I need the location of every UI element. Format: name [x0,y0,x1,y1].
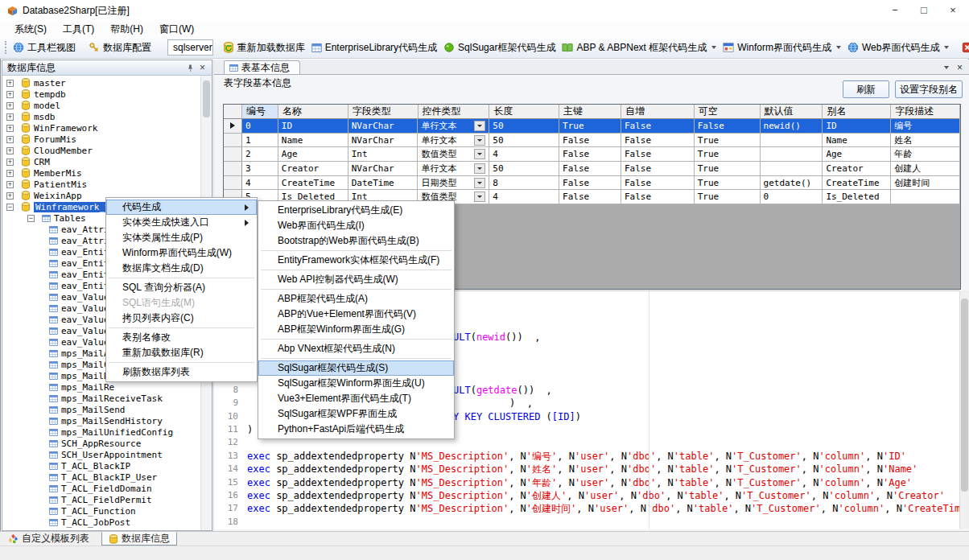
grid-cell[interactable]: 8 [489,176,559,191]
editor-vertical-scrollbar[interactable] [959,290,969,529]
grid-cell[interactable]: 创建人 [891,162,960,176]
toolbar-button[interactable]: SqlSugar框架代码生成 [440,39,559,57]
toolbar-button[interactable]: 工具栏视图 [10,39,79,57]
set-field-alias-button[interactable]: 设置字段别名 [895,80,963,98]
menu-item[interactable]: Winform界面代码生成(W) [106,245,257,261]
table-row[interactable]: 3CreatorNVarChar单行文本50FalseFalseTrueCrea… [224,162,960,176]
grid-cell[interactable] [891,190,960,204]
grid-cell[interactable]: True [695,162,761,176]
tree-item[interactable]: T_ACL_FieldPermit [2,494,201,505]
combo-dropdown-button[interactable] [474,149,485,159]
grid-cell[interactable]: False [621,162,695,176]
grid-cell[interactable]: CreateTime [278,176,348,191]
menubar-item[interactable]: 窗口(W) [151,21,202,38]
tree-item[interactable]: SCH_UserAppointment [2,449,201,460]
grid-column-header[interactable]: 字段类型 [348,105,419,119]
grid-column-header[interactable]: 自增 [621,105,695,119]
tree-item[interactable]: +master [2,77,201,89]
grid-cell[interactable]: Is_Deleted [823,190,891,204]
menu-item[interactable]: Vue3+Element界面代码生成(T) [258,391,454,406]
chevron-down-icon[interactable] [944,66,949,69]
grid-column-header[interactable]: 主键 [559,105,621,119]
grid-cell[interactable]: 单行文本 [418,119,489,134]
grid-cell[interactable]: 编号 [891,119,960,134]
grid-row-header[interactable] [224,119,242,134]
tree-item[interactable]: +model [2,100,201,111]
toolbar-button[interactable]: Winform界面代码生成 [720,39,844,57]
grid-cell[interactable]: 0 [242,119,278,134]
tree-item[interactable]: +CloudMember [2,145,201,156]
menu-item[interactable]: 实体类属性生成(P) [106,230,257,245]
grid-cell[interactable]: 0 [761,190,823,204]
grid-column-header[interactable]: 控件类型 [419,105,490,119]
grid-cell[interactable]: False [559,176,621,191]
grid-cell[interactable]: Creator [823,162,891,176]
grid-column-header[interactable]: 别名 [823,105,891,119]
grid-cell[interactable]: 50 [489,134,559,148]
dock-tab-database-info[interactable]: 数据库信息 [101,532,177,546]
grid-row-header[interactable] [224,176,242,191]
combo-dropdown-button[interactable] [474,191,485,202]
tree-item[interactable]: +ForumMis [2,134,201,145]
tree-expander-icon[interactable]: + [6,136,14,143]
grid-cell[interactable]: Age [278,147,348,162]
table-row[interactable]: 1NameNVarChar单行文本50FalseFalseTrueName姓名 [224,134,960,148]
grid-cell[interactable] [761,162,823,176]
grid-cell[interactable]: False [621,119,695,134]
tree-expander-icon[interactable]: + [6,192,14,200]
grid-cell[interactable]: 单行文本 [418,162,489,176]
grid-row-header[interactable] [224,147,242,162]
grid-cell[interactable]: newid() [761,119,823,134]
grid-cell[interactable]: Name [278,134,348,148]
grid-cell[interactable]: DateTime [348,176,419,191]
toolbar-button[interactable]: 数据库配置 [85,39,155,57]
grid-cell[interactable]: 创建时间 [891,176,960,191]
menubar-item[interactable]: 系统(S) [6,21,55,38]
table-row[interactable]: 0IDNVarChar单行文本50TrueFalseFalsenewid()ID… [224,119,960,134]
tree-item[interactable]: +MemberMis [2,167,201,179]
document-close-icon[interactable]: × [957,62,963,73]
tree-expander-icon[interactable]: − [6,204,14,211]
grid-cell[interactable]: 4 [242,176,278,191]
menu-item[interactable]: ABP框架Winform界面生成(G) [258,322,454,337]
grid-row-header[interactable] [224,134,242,148]
grid-cell[interactable]: Age [823,147,891,162]
menu-item[interactable]: SqlSugar框架Winform界面生成(U) [258,376,454,391]
grid-cell[interactable]: Int [348,147,419,162]
maximize-button[interactable]: □ [909,0,938,21]
menu-item[interactable]: 拷贝列表内容(C) [106,311,257,326]
table-row[interactable]: 2AgeInt数值类型4FalseFalseTrueAge年龄 [224,147,960,162]
menubar-item[interactable]: 帮助(H) [102,21,151,38]
dock-tab-custom-templates[interactable]: 自定义模板列表 [2,532,96,546]
grid-cell[interactable]: getdate() [761,176,823,191]
tree-item[interactable]: mps_MailSend [2,404,201,415]
grid-cell[interactable]: 日期类型 [418,176,489,191]
menu-item[interactable]: ABP的Vue+Element界面代码(V) [258,307,454,322]
grid-cell[interactable]: 2 [242,147,278,162]
tree-expander-icon[interactable]: + [6,125,14,132]
grid-cell[interactable]: False [621,176,695,191]
table-row[interactable]: 4CreateTimeDateTime日期类型8FalseFalseTruege… [224,176,960,191]
grid-cell[interactable]: Name [823,134,891,148]
combo-dropdown-button[interactable] [474,135,485,146]
menu-item[interactable]: 重新加载数据库(R) [106,345,257,360]
grid-cell[interactable]: False [621,190,695,204]
toolbar-button[interactable]: 重新加载数据库 [220,39,308,57]
tree-item[interactable]: T_ACL_LoginLog [2,528,201,530]
tree-item[interactable]: +tempdb [2,89,201,100]
grid-cell[interactable]: False [695,119,761,134]
close-button[interactable]: × [938,0,967,21]
grid-cell[interactable]: 姓名 [891,134,960,148]
editor-scrollbar-thumb[interactable] [961,299,968,492]
menu-item[interactable]: ABP框架代码生成(A) [258,291,454,307]
grid-column-header[interactable]: 名称 [278,105,348,119]
grid-cell[interactable]: 数值类型 [418,147,489,162]
grid-cell[interactable]: True [695,190,761,204]
grid-cell[interactable]: 4 [489,147,559,162]
tree-expander-icon[interactable]: + [6,147,14,154]
minimize-button[interactable]: − [880,0,909,21]
menu-item[interactable]: Abp VNext框架代码生成(N) [258,341,454,356]
tree-item[interactable]: mps_MailReceiveTask [2,393,201,404]
grid-cell[interactable]: 单行文本 [418,134,489,148]
menu-item[interactable]: Bootstrap的Web界面代码生成(B) [258,233,454,249]
